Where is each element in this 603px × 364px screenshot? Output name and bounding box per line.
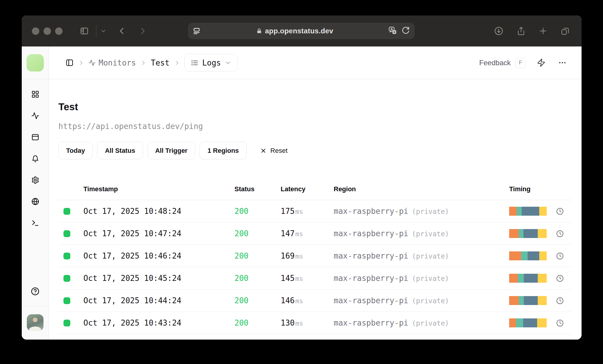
svg-text:x: x [393,30,395,34]
table-body: Oct 17, 2025 10:48:24 200 175 ms max-ras… [58,200,572,334]
timing-segment [509,229,519,238]
timing-bar [509,274,547,283]
latency-unit: ms [295,297,303,305]
clock-icon[interactable] [556,207,564,215]
monitor-endpoint-url: https://api.openstatus.dev/ping [58,122,572,131]
lightning-icon [537,58,546,67]
browser-sidebar-toggle-icon[interactable] [80,27,89,35]
table-row[interactable]: Oct 17, 2025 10:47:24 200 147 ms max-ras… [58,223,572,245]
reload-icon[interactable] [402,26,410,36]
browser-panel-icon [31,133,39,141]
filter-trigger-button[interactable]: All Trigger [147,142,195,159]
latency-value: 175 [281,207,295,216]
help-icon [31,287,40,296]
timing-segment [522,207,539,216]
quick-actions-button[interactable] [537,58,546,67]
row-status: 200 [234,251,281,260]
grid-icon [31,90,39,98]
timing-segment [509,296,519,305]
latency-value: 145 [281,274,295,283]
col-status[interactable]: Status [234,185,281,193]
latency-unit: ms [295,230,303,238]
timing-bar [509,296,547,305]
timing-segment [523,318,537,327]
col-timing[interactable]: Timing [509,185,572,193]
sidebar-item-monitors[interactable] [24,105,46,126]
timing-segment [509,274,518,283]
timing-segment [516,318,523,327]
sidebar-item-notifications[interactable] [24,148,46,169]
timing-segment [528,251,539,260]
close-window-button[interactable] [32,27,39,35]
new-tab-icon[interactable] [539,27,548,35]
breadcrumb-monitors[interactable]: Monitors [88,58,136,67]
timing-segment [517,207,522,216]
terminal-icon [31,219,39,227]
toolbar-divider [96,25,97,37]
row-timestamp: Oct 17, 2025 10:44:24 [83,296,234,305]
table-row[interactable]: Oct 17, 2025 10:46:24 200 169 ms max-ras… [58,245,572,267]
table-row[interactable]: Oct 17, 2025 10:45:24 200 145 ms max-ras… [58,267,572,290]
sidebar-item-settings[interactable] [24,169,46,191]
clock-icon[interactable] [556,230,564,238]
zoom-window-button[interactable] [55,27,63,35]
app-sidebar-toggle-icon[interactable] [66,59,74,67]
row-status: 200 [234,296,281,305]
workspace-avatar[interactable] [27,54,44,71]
back-button[interactable] [117,27,126,35]
region-visibility: (private) [412,297,449,305]
col-timestamp[interactable]: Timestamp [83,185,234,193]
downloads-icon[interactable] [494,26,503,36]
timing-bar [509,318,547,327]
table-header: Timestamp Status Latency Region Timing [58,178,572,200]
region-name: max-raspberry-pi [334,318,408,327]
timing-segment [524,296,538,305]
region-name: max-raspberry-pi [334,229,408,238]
sidebar-item-regions[interactable] [24,191,46,212]
sidebar-chevron-down-icon[interactable] [100,28,107,34]
sidebar-item-cli[interactable] [24,212,46,234]
forward-button[interactable] [138,27,147,35]
sidebar-item-dashboard[interactable] [24,83,46,105]
timing-segment [538,229,547,238]
clock-icon[interactable] [556,297,564,305]
table-row[interactable]: Oct 17, 2025 10:48:24 200 175 ms max-ras… [58,200,572,223]
clock-icon[interactable] [556,252,564,260]
breadcrumb-monitor-name[interactable]: Test [151,58,170,67]
col-region[interactable]: Region [334,185,509,193]
share-icon[interactable] [517,27,526,35]
table-row[interactable]: Oct 17, 2025 10:43:24 200 130 ms max-ras… [58,312,572,334]
tab-overview-icon[interactable] [561,27,570,35]
bell-icon [31,155,39,163]
filter-period-button[interactable]: Today [58,142,93,159]
region-visibility: (private) [412,252,449,260]
reset-filters-button[interactable]: Reset [260,147,287,155]
more-options-button[interactable] [558,58,567,67]
timing-segment [518,274,524,283]
clock-icon[interactable] [556,274,564,282]
filter-status-button[interactable]: All Status [97,142,143,159]
region-visibility: (private) [412,319,449,327]
status-dot [63,320,70,326]
breadcrumb-chevron-icon [174,60,180,66]
translate-icon[interactable]: Ax [388,26,397,36]
user-avatar[interactable] [27,314,43,331]
view-selector-dropdown[interactable]: Logs [184,54,238,71]
row-status: 200 [234,207,281,216]
filter-regions-button[interactable]: 1 Regions [200,142,246,159]
feedback-button[interactable]: Feedback [479,59,511,67]
clock-icon[interactable] [556,319,564,327]
page-settings-icon[interactable] [192,27,201,35]
timing-segment [538,274,547,283]
minimize-window-button[interactable] [43,27,51,35]
sidebar-item-status-pages[interactable] [24,126,46,148]
address-bar[interactable]: app.openstatus.dev Ax [188,23,414,39]
help-button[interactable] [24,281,46,302]
timing-segment [521,251,527,260]
table-row[interactable]: Oct 17, 2025 10:44:24 200 146 ms max-ras… [58,290,572,312]
col-latency[interactable]: Latency [281,185,334,193]
app-sidebar [22,46,49,340]
url-display[interactable]: app.openstatus.dev [201,27,388,35]
timing-segment [523,229,538,238]
browser-window: app.openstatus.dev Ax [22,15,582,340]
